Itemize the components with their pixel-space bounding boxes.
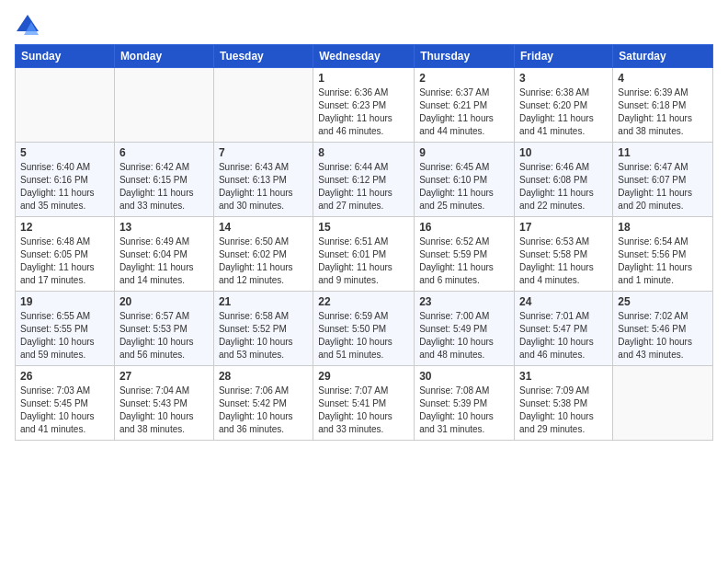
weekday-thursday: Thursday (415, 45, 515, 68)
day-cell: 6Sunrise: 6:42 AMSunset: 6:15 PMDaylight… (114, 143, 213, 217)
day-number: 19 (20, 295, 109, 308)
day-cell: 15Sunrise: 6:51 AMSunset: 6:01 PMDayligh… (313, 217, 415, 292)
day-info: Sunrise: 7:03 AMSunset: 5:45 PMDaylight:… (20, 385, 109, 436)
day-number: 25 (618, 295, 708, 308)
day-info: Sunrise: 6:47 AMSunset: 6:07 PMDaylight:… (618, 161, 708, 213)
day-number: 21 (219, 295, 308, 308)
day-cell: 12Sunrise: 6:48 AMSunset: 6:05 PMDayligh… (16, 217, 115, 292)
day-number: 30 (419, 370, 509, 383)
day-number: 28 (219, 370, 308, 383)
day-cell (213, 68, 313, 143)
weekday-friday: Friday (515, 45, 613, 68)
day-cell: 28Sunrise: 7:06 AMSunset: 5:42 PMDayligh… (213, 366, 313, 441)
day-cell: 16Sunrise: 6:52 AMSunset: 5:59 PMDayligh… (415, 217, 515, 292)
day-cell: 20Sunrise: 6:57 AMSunset: 5:53 PMDayligh… (114, 292, 213, 366)
day-cell: 23Sunrise: 7:00 AMSunset: 5:49 PMDayligh… (415, 292, 515, 366)
day-cell: 7Sunrise: 6:43 AMSunset: 6:13 PMDaylight… (213, 143, 313, 217)
day-info: Sunrise: 6:59 AMSunset: 5:50 PMDaylight:… (318, 310, 409, 362)
day-cell: 31Sunrise: 7:09 AMSunset: 5:38 PMDayligh… (515, 366, 613, 441)
day-cell: 2Sunrise: 6:37 AMSunset: 6:21 PMDaylight… (415, 68, 515, 143)
day-number: 13 (119, 221, 209, 234)
week-row-1: 1Sunrise: 6:36 AMSunset: 6:23 PMDaylight… (16, 68, 713, 143)
day-number: 7 (219, 146, 308, 159)
day-cell: 14Sunrise: 6:50 AMSunset: 6:02 PMDayligh… (213, 217, 313, 292)
weekday-sunday: Sunday (16, 45, 115, 68)
day-cell (613, 366, 713, 441)
day-number: 15 (318, 221, 409, 234)
weekday-tuesday: Tuesday (213, 45, 313, 68)
day-number: 22 (318, 295, 409, 308)
day-number: 6 (119, 146, 209, 159)
day-info: Sunrise: 6:48 AMSunset: 6:05 PMDaylight:… (20, 236, 109, 287)
day-number: 12 (20, 221, 109, 234)
logo (15, 13, 44, 39)
day-info: Sunrise: 6:42 AMSunset: 6:15 PMDaylight:… (119, 161, 209, 213)
day-number: 14 (219, 221, 308, 234)
week-row-2: 5Sunrise: 6:40 AMSunset: 6:16 PMDaylight… (16, 143, 713, 217)
day-cell: 19Sunrise: 6:55 AMSunset: 5:55 PMDayligh… (16, 292, 115, 366)
day-number: 2 (419, 72, 509, 85)
day-info: Sunrise: 6:40 AMSunset: 6:16 PMDaylight:… (20, 161, 109, 213)
day-info: Sunrise: 6:51 AMSunset: 6:01 PMDaylight:… (318, 236, 409, 287)
weekday-monday: Monday (114, 45, 213, 68)
day-number: 29 (318, 370, 409, 383)
week-row-3: 12Sunrise: 6:48 AMSunset: 6:05 PMDayligh… (16, 217, 713, 292)
day-info: Sunrise: 7:00 AMSunset: 5:49 PMDaylight:… (419, 310, 509, 362)
day-info: Sunrise: 6:46 AMSunset: 6:08 PMDaylight:… (519, 161, 608, 213)
week-row-4: 19Sunrise: 6:55 AMSunset: 5:55 PMDayligh… (16, 292, 713, 366)
day-number: 16 (419, 221, 509, 234)
day-cell: 1Sunrise: 6:36 AMSunset: 6:23 PMDaylight… (313, 68, 415, 143)
day-cell: 4Sunrise: 6:39 AMSunset: 6:18 PMDaylight… (613, 68, 713, 143)
day-number: 27 (119, 370, 209, 383)
day-cell: 30Sunrise: 7:08 AMSunset: 5:39 PMDayligh… (415, 366, 515, 441)
day-number: 4 (618, 72, 708, 85)
weekday-header-row: SundayMondayTuesdayWednesdayThursdayFrid… (16, 45, 713, 68)
day-number: 24 (519, 295, 608, 308)
day-info: Sunrise: 6:43 AMSunset: 6:13 PMDaylight:… (219, 161, 308, 213)
day-cell: 21Sunrise: 6:58 AMSunset: 5:52 PMDayligh… (213, 292, 313, 366)
day-number: 26 (20, 370, 109, 383)
day-cell: 18Sunrise: 6:54 AMSunset: 5:56 PMDayligh… (613, 217, 713, 292)
day-info: Sunrise: 6:39 AMSunset: 6:18 PMDaylight:… (618, 86, 708, 138)
day-info: Sunrise: 7:01 AMSunset: 5:47 PMDaylight:… (519, 310, 608, 362)
day-number: 18 (618, 221, 708, 234)
day-info: Sunrise: 6:37 AMSunset: 6:21 PMDaylight:… (419, 86, 509, 138)
day-cell: 8Sunrise: 6:44 AMSunset: 6:12 PMDaylight… (313, 143, 415, 217)
day-info: Sunrise: 7:09 AMSunset: 5:38 PMDaylight:… (519, 385, 608, 436)
day-cell: 24Sunrise: 7:01 AMSunset: 5:47 PMDayligh… (515, 292, 613, 366)
day-number: 17 (519, 221, 608, 234)
day-info: Sunrise: 6:55 AMSunset: 5:55 PMDaylight:… (20, 310, 109, 362)
day-info: Sunrise: 7:02 AMSunset: 5:46 PMDaylight:… (618, 310, 708, 362)
weekday-saturday: Saturday (613, 45, 713, 68)
page: SundayMondayTuesdayWednesdayThursdayFrid… (0, 0, 728, 563)
day-cell: 5Sunrise: 6:40 AMSunset: 6:16 PMDaylight… (16, 143, 115, 217)
day-info: Sunrise: 7:07 AMSunset: 5:41 PMDaylight:… (318, 385, 409, 436)
weekday-wednesday: Wednesday (313, 45, 415, 68)
header (15, 9, 713, 39)
day-cell: 3Sunrise: 6:38 AMSunset: 6:20 PMDaylight… (515, 68, 613, 143)
day-cell: 22Sunrise: 6:59 AMSunset: 5:50 PMDayligh… (313, 292, 415, 366)
day-info: Sunrise: 7:04 AMSunset: 5:43 PMDaylight:… (119, 385, 209, 436)
calendar-table: SundayMondayTuesdayWednesdayThursdayFrid… (15, 44, 713, 441)
day-cell: 13Sunrise: 6:49 AMSunset: 6:04 PMDayligh… (114, 217, 213, 292)
day-cell: 10Sunrise: 6:46 AMSunset: 6:08 PMDayligh… (515, 143, 613, 217)
day-number: 3 (519, 72, 608, 85)
day-info: Sunrise: 6:58 AMSunset: 5:52 PMDaylight:… (219, 310, 308, 362)
day-number: 1 (318, 72, 409, 85)
logo-icon (15, 13, 40, 39)
day-number: 20 (119, 295, 209, 308)
day-number: 31 (519, 370, 608, 383)
day-number: 10 (519, 146, 608, 159)
day-cell: 27Sunrise: 7:04 AMSunset: 5:43 PMDayligh… (114, 366, 213, 441)
day-number: 23 (419, 295, 509, 308)
day-number: 5 (20, 146, 109, 159)
day-info: Sunrise: 6:45 AMSunset: 6:10 PMDaylight:… (419, 161, 509, 213)
day-info: Sunrise: 6:49 AMSunset: 6:04 PMDaylight:… (119, 236, 209, 287)
day-cell (16, 68, 115, 143)
day-info: Sunrise: 6:38 AMSunset: 6:20 PMDaylight:… (519, 86, 608, 138)
day-info: Sunrise: 6:53 AMSunset: 5:58 PMDaylight:… (519, 236, 608, 287)
day-cell: 17Sunrise: 6:53 AMSunset: 5:58 PMDayligh… (515, 217, 613, 292)
day-cell: 11Sunrise: 6:47 AMSunset: 6:07 PMDayligh… (613, 143, 713, 217)
day-info: Sunrise: 6:36 AMSunset: 6:23 PMDaylight:… (318, 86, 409, 138)
day-number: 9 (419, 146, 509, 159)
